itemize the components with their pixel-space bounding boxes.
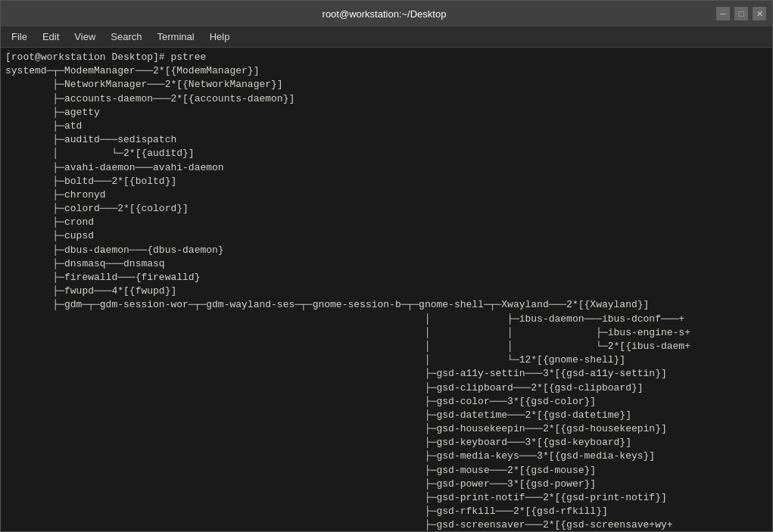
titlebar: root@workstation:~/Desktop ─ □ ✕ xyxy=(1,1,772,26)
window-title: root@workstation:~/Desktop xyxy=(52,8,716,20)
menu-file[interactable]: File xyxy=(4,28,35,45)
terminal-window: root@workstation:~/Desktop ─ □ ✕ File Ed… xyxy=(0,0,773,532)
window-controls: ─ □ ✕ xyxy=(716,7,766,20)
menu-terminal[interactable]: Terminal xyxy=(150,28,202,45)
menubar: File Edit View Search Terminal Help xyxy=(1,26,772,48)
terminal-output[interactable]: [root@workstation Desktop]# pstree syste… xyxy=(1,48,772,531)
close-button[interactable]: ✕ xyxy=(753,7,766,20)
menu-help[interactable]: Help xyxy=(202,28,238,45)
restore-button[interactable]: □ xyxy=(734,7,748,20)
menu-search[interactable]: Search xyxy=(103,28,149,45)
menu-edit[interactable]: Edit xyxy=(35,28,67,45)
menu-view[interactable]: View xyxy=(67,28,103,45)
minimize-button[interactable]: ─ xyxy=(716,7,730,20)
